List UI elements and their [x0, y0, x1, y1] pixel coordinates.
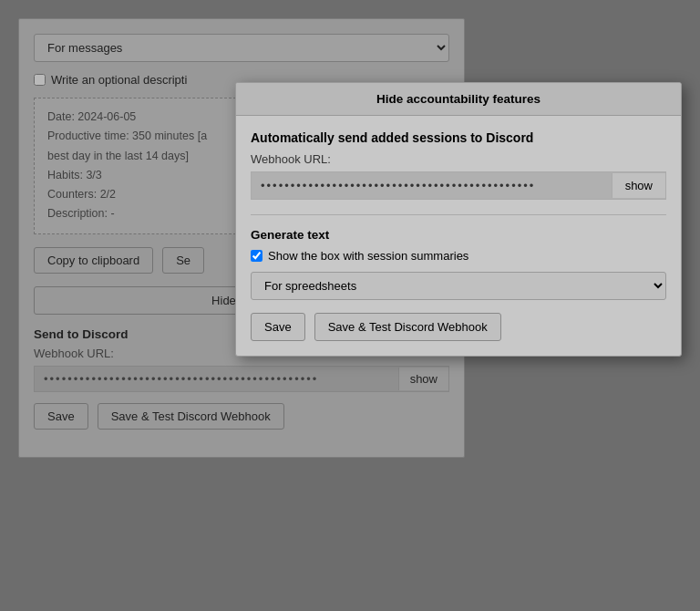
modal-webhook-show-button[interactable]: show [612, 173, 665, 198]
modal-webhook-dots: ••••••••••••••••••••••••••••••••••••••••… [252, 172, 612, 199]
modal-header-title: Hide accountability features [376, 92, 540, 106]
modal-divider [251, 214, 666, 215]
show-summaries-label: Show the box with session summaries [268, 249, 468, 263]
modal-overlay: Hide accountability features Automatical… [0, 0, 700, 611]
modal-save-button[interactable]: Save [251, 313, 305, 341]
modal-test-button[interactable]: Save & Test Discord Webhook [314, 313, 501, 341]
generate-text-title: Generate text [251, 228, 666, 242]
modal-btn-row: Save Save & Test Discord Webhook [251, 313, 666, 341]
accountability-modal: Hide accountability features Automatical… [235, 82, 682, 357]
show-summaries-checkbox[interactable] [251, 250, 262, 262]
show-summaries-row: Show the box with session summaries [251, 249, 666, 263]
modal-webhook-label: Webhook URL: [251, 152, 666, 166]
modal-body: Automatically send added sessions to Dis… [236, 116, 681, 356]
modal-format-select[interactable]: For messages For spreedsheets For summar… [251, 272, 666, 300]
modal-webhook-row: ••••••••••••••••••••••••••••••••••••••••… [251, 171, 666, 200]
auto-send-title: Automatically send added sessions to Dis… [251, 130, 666, 145]
modal-header: Hide accountability features [236, 83, 681, 116]
